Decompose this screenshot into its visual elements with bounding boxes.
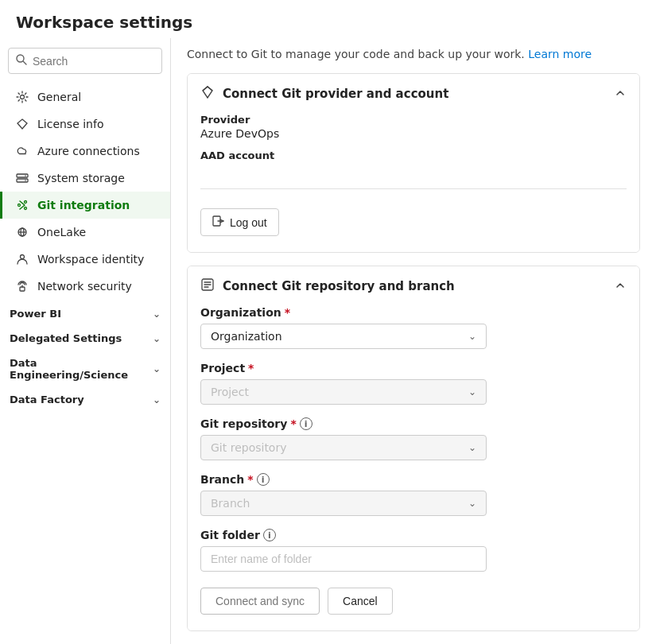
folder-info-icon[interactable]: i (263, 529, 276, 541)
org-select[interactable]: Organization ⌄ (200, 324, 487, 349)
folder-input[interactable] (200, 546, 487, 572)
sidebar-item-git-integration[interactable]: Git integration (0, 192, 170, 219)
aad-value (200, 163, 627, 179)
chevron-down-icon: ⌄ (468, 442, 476, 453)
folder-group: Git folder i (200, 529, 627, 572)
org-required-star: * (285, 306, 290, 319)
provider-label: Provider (200, 114, 627, 126)
chevron-down-icon: ⌄ (153, 394, 161, 405)
svg-rect-3 (17, 174, 28, 177)
workspace-settings-layout: Workspace settings (0, 0, 656, 644)
sidebar-item-label: Git integration (37, 199, 130, 211)
svg-point-7 (18, 204, 21, 207)
action-buttons: Connect and sync Cancel (200, 588, 627, 615)
svg-point-6 (25, 180, 26, 181)
project-select-value: Project (211, 386, 249, 398)
sidebar-item-network-security[interactable]: Network security (0, 273, 170, 300)
logout-button[interactable]: Log out (200, 208, 279, 236)
project-group: Project * Project ⌄ (200, 362, 627, 405)
repo-card-body: Organization * Organization ⌄ Project * (188, 306, 639, 630)
project-select[interactable]: Project ⌄ (200, 379, 487, 405)
main-area: General License info Azure connections (0, 38, 656, 644)
sidebar-item-label: General (37, 91, 81, 103)
section-label: Delegated Settings (10, 332, 122, 344)
chevron-down-icon: ⌄ (153, 308, 161, 320)
sidebar-item-label: Workspace identity (37, 253, 144, 266)
search-input[interactable] (33, 55, 155, 68)
branch-select[interactable]: Branch ⌄ (200, 491, 487, 516)
sidebar-item-label: Azure connections (37, 145, 140, 157)
section-label: Power BI (10, 308, 61, 320)
sidebar-item-label: System storage (37, 172, 125, 184)
sidebar-item-license-info[interactable]: License info (0, 111, 170, 138)
aad-label: AAD account (200, 149, 627, 161)
sidebar-item-workspace-identity[interactable]: Workspace identity (0, 246, 170, 273)
connect-sync-button[interactable]: Connect and sync (200, 588, 320, 615)
storage-icon (15, 171, 29, 185)
sidebar-item-label: OneLake (37, 226, 86, 239)
repo-group: Git repository * i Git repository ⌄ (200, 417, 627, 460)
svg-rect-14 (20, 287, 25, 291)
svg-point-2 (21, 95, 25, 99)
cloud-icon (15, 144, 29, 158)
folder-label: Git folder i (200, 529, 627, 541)
project-label: Project * (200, 362, 627, 374)
sidebar-section-data-engineering[interactable]: Data Engineering/Science ⌄ (0, 349, 170, 386)
branch-label: Branch * i (200, 473, 627, 486)
logout-icon (212, 215, 225, 230)
logout-button-label: Log out (230, 216, 267, 229)
org-select-value: Organization (211, 330, 282, 343)
sidebar-item-onelake[interactable]: OneLake (0, 219, 170, 246)
sidebar: General License info Azure connections (0, 38, 171, 644)
repo-info-icon[interactable]: i (300, 417, 312, 430)
svg-point-8 (25, 201, 27, 204)
section-label: Data Engineering/Science (10, 357, 153, 381)
repo-card-title-area: Connect Git repository and branch (200, 277, 455, 295)
svg-point-9 (25, 208, 27, 210)
provider-card-header[interactable]: Connect Git provider and account (188, 74, 639, 114)
content-description: Connect to Git to manage your code and b… (187, 38, 640, 73)
chevron-down-icon: ⌄ (468, 331, 476, 342)
chevron-down-icon: ⌄ (153, 333, 161, 344)
identity-icon (15, 252, 29, 266)
sidebar-section-power-bi[interactable]: Power BI ⌄ (0, 300, 170, 324)
search-box[interactable] (8, 48, 162, 74)
sidebar-item-label: Network security (37, 280, 132, 293)
sidebar-item-azure-connections[interactable]: Azure connections (0, 138, 170, 165)
repo-card: Connect Git repository and branch Organi… (187, 266, 640, 631)
repo-required-star: * (290, 417, 296, 430)
sidebar-item-label: License info (37, 118, 104, 130)
git-provider-icon (200, 85, 215, 103)
sidebar-section-delegated-settings[interactable]: Delegated Settings ⌄ (0, 324, 170, 349)
branch-select-value: Branch (211, 497, 250, 510)
git-icon (15, 198, 29, 212)
diamond-icon (15, 117, 29, 131)
repo-card-header[interactable]: Connect Git repository and branch (188, 266, 639, 306)
svg-point-13 (21, 255, 25, 259)
sidebar-item-system-storage[interactable]: System storage (0, 165, 170, 192)
collapse-repo-icon (614, 279, 627, 294)
branch-info-icon[interactable]: i (257, 473, 270, 486)
sidebar-item-general[interactable]: General (0, 83, 170, 111)
project-required-star: * (248, 362, 254, 374)
provider-card: Connect Git provider and account Provide… (187, 73, 640, 253)
search-icon (15, 53, 28, 68)
provider-card-body: Provider Azure DevOps AAD account (188, 114, 639, 252)
repo-select-value: Git repository (211, 441, 286, 454)
svg-line-1 (23, 61, 26, 64)
chevron-down-icon: ⌄ (468, 386, 476, 398)
learn-more-link[interactable]: Learn more (528, 48, 592, 60)
settings-icon (15, 90, 29, 104)
repo-select[interactable]: Git repository ⌄ (200, 435, 487, 460)
cancel-button[interactable]: Cancel (328, 588, 393, 615)
branch-required-star: * (247, 473, 253, 486)
provider-card-title-area: Connect Git provider and account (200, 85, 448, 103)
provider-value: Azure DevOps (200, 127, 627, 140)
branch-group: Branch * i Branch ⌄ (200, 473, 627, 516)
repo-label: Git repository * i (200, 417, 627, 430)
sidebar-section-data-factory[interactable]: Data Factory ⌄ (0, 386, 170, 410)
repo-card-title: Connect Git repository and branch (223, 279, 455, 293)
org-group: Organization * Organization ⌄ (200, 306, 627, 349)
collapse-icon (614, 87, 627, 102)
svg-point-5 (25, 175, 26, 177)
